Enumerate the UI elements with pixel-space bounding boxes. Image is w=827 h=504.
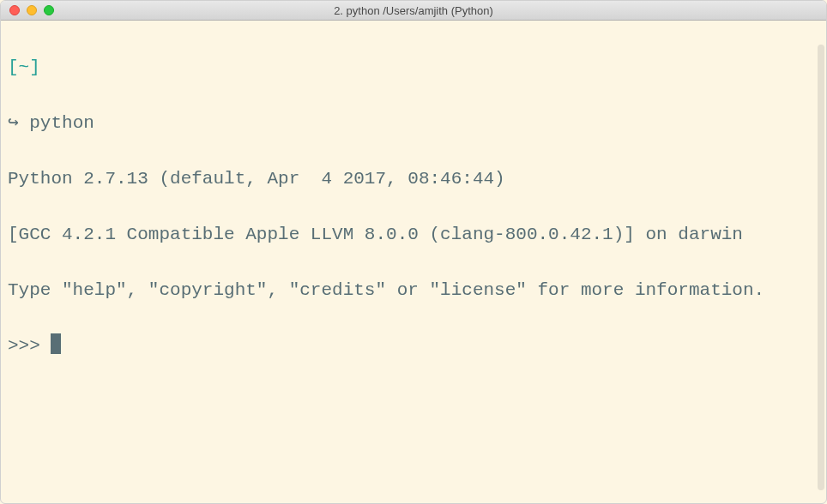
output-line: Type "help", "copyright", "credits" or "… xyxy=(8,277,819,305)
window-titlebar: 2. python /Users/amjith (Python) xyxy=(1,1,826,21)
traffic-lights xyxy=(1,5,54,15)
minimize-window-button[interactable] xyxy=(27,5,37,15)
zoom-window-button[interactable] xyxy=(44,5,54,15)
close-window-button[interactable] xyxy=(9,5,20,15)
command-text: python xyxy=(29,113,94,133)
repl-prompt: >>> xyxy=(8,336,51,356)
output-line: Python 2.7.13 (default, Apr 4 2017, 08:4… xyxy=(8,165,819,194)
window-title: 2. python /Users/amjith (Python) xyxy=(1,4,826,17)
output-line: [GCC 4.2.1 Compatible Apple LLVM 8.0.0 (… xyxy=(8,221,819,249)
cursor xyxy=(51,333,61,354)
arrow-icon: ↪ xyxy=(8,110,19,138)
scrollbar[interactable] xyxy=(818,45,824,490)
terminal-viewport[interactable]: [~] ↪ python Python 2.7.13 (default, Apr… xyxy=(1,21,826,503)
prompt-path: [~] xyxy=(8,57,40,77)
